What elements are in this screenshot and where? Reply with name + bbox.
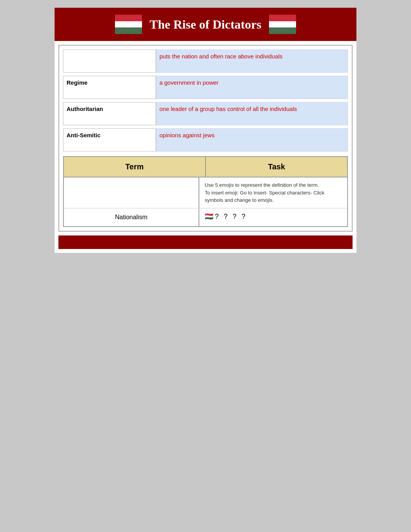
- vocab-row-3: Authoritarian one leader of a group has …: [63, 102, 348, 125]
- vocab-term-4: Anti-Semitic: [63, 128, 156, 152]
- vocab-term-1: [63, 49, 156, 73]
- task-instructions-text: Use 5 emojis to represent the definition…: [199, 177, 347, 208]
- svg-rect-3: [269, 15, 296, 21]
- task-instructions-row: Use 5 emojis to represent the definition…: [64, 177, 347, 208]
- vocab-term-2: Regime: [63, 76, 156, 99]
- vocab-def-3: one leader of a group has control of all…: [156, 102, 348, 125]
- page-title: The Rise of Dictators: [150, 17, 262, 32]
- vocab-row-4: Anti-Semitic opinions against jews: [63, 128, 348, 152]
- svg-rect-5: [269, 27, 296, 34]
- vocab-def-4: opinions against jews: [156, 128, 348, 152]
- vocab-table: Term Task Use 5 emojis to represent the …: [63, 156, 348, 227]
- table-col2-header: Task: [206, 157, 347, 177]
- flag-left-icon: [115, 15, 142, 34]
- task-instructions-term: [64, 177, 199, 208]
- emoji-nationalism[interactable]: 🇭🇺? ? ? ?: [199, 208, 347, 226]
- vocab-def-1: puts the nation and often race above ind…: [156, 49, 348, 73]
- svg-rect-0: [115, 15, 142, 21]
- svg-rect-2: [115, 27, 142, 34]
- vocab-row-1: puts the nation and often race above ind…: [63, 49, 348, 73]
- table-row-nationalism: Nationalism 🇭🇺? ? ? ?: [64, 208, 347, 226]
- table-header-row: Term Task: [64, 157, 347, 177]
- vocab-row-2: Regime a government in power: [63, 76, 348, 99]
- header: The Rise of Dictators: [55, 8, 356, 41]
- footer-bar: [58, 235, 353, 249]
- svg-rect-4: [269, 21, 296, 27]
- svg-rect-1: [115, 21, 142, 27]
- term-nationalism: Nationalism: [64, 208, 199, 226]
- vocab-term-3: Authoritarian: [63, 102, 156, 125]
- vocab-def-2: a government in power: [156, 76, 348, 99]
- page-wrapper: The Rise of Dictators puts the nation an…: [55, 8, 356, 253]
- flag-right-icon: [269, 15, 296, 34]
- vocab-content-area: puts the nation and often race above ind…: [58, 45, 353, 232]
- table-col1-header: Term: [64, 157, 206, 177]
